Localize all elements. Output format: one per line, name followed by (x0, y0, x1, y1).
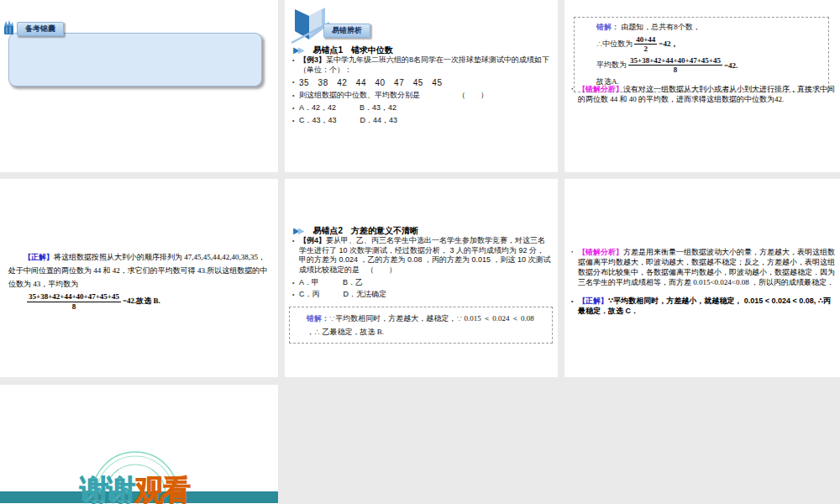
error-analysis-label: 【错解分析】 (578, 248, 623, 256)
mean-fraction: 35+38+42+44+40+47+45+458 (27, 292, 121, 311)
example-text: 某中学九年级二班六组的8名同学在一次排球垫球测试中的成绩如下（单位：个）： (299, 55, 549, 74)
options-line-cd: C．丙D．无法确定 (292, 290, 552, 300)
option-c: C．43，43 (299, 116, 337, 124)
data-values-line: 35 38 42 44 40 47 45 45 (292, 77, 552, 88)
slide2-badge: 易错辨析 (323, 24, 370, 38)
option-d: D．无法确定 (344, 290, 387, 298)
point-title: 方差的意义不清晰 (351, 225, 418, 237)
mean-formula: 平均数为 35+38+42+44+40+47+45+458 =42. (596, 56, 822, 75)
correct-paragraph: 【正解】将这组数据按照从大到小的顺序排列为 47,45,45,44,42,40,… (8, 251, 269, 291)
thank-you-part1: 谢谢 (80, 474, 134, 504)
slide-thumbnail-4[interactable]: 【正解】将这组数据按照从大到小的顺序排列为 47,45,45,44,42,40,… (0, 179, 278, 377)
thank-you-wordmark: 谢谢观看 (80, 475, 189, 504)
median-result: =42， (659, 39, 678, 50)
question-text: 则这组数据的中位数、平均数分别是 (299, 91, 420, 99)
answer-blank: （ ） (366, 265, 396, 274)
error-analysis-label: 【错解分析】 (578, 85, 623, 93)
slide-thumbnail-6[interactable]: 【错解分析】方差是用来衡量一组数据波动大小的量，方差越大，表明这组数据偏离平均数… (564, 179, 840, 377)
correct-solution-paragraph: 【正解】∵平均数相同时，方差越小，就越稳定， 0.015 < 0.024 < 0… (571, 297, 835, 316)
fraction-denominator: 2 (643, 45, 648, 53)
slide2-header: 易错辨析 (290, 4, 391, 46)
slide2-body: 【例3】某中学九年级二班六组的8名同学在一次排球垫球测试中的成绩如下（单位：个）… (292, 55, 552, 128)
slide1-badge: 备考锦囊 (17, 22, 64, 36)
options-line-cd: C．43，43D．44，43 (292, 116, 552, 126)
correct-label: 【正解】 (24, 253, 54, 261)
slide-thumbnail-3[interactable]: 错解： 由题知，总共有8个数， ∴中位数为 40+442 =42， 平均数为 3… (564, 0, 840, 172)
option-a: A．甲 (299, 278, 319, 286)
error-point-1-title: ▶ ▶ 易错点1 错求中位数 (293, 45, 393, 56)
answer-blank: （ ） (458, 91, 488, 99)
wrong-solution-box: 错解： 由题知，总共有8个数， ∴中位数为 40+442 =42， 平均数为 3… (574, 17, 829, 92)
example-paragraph: 【例4】要从甲、乙、丙三名学生中选出一名学生参加数学竞赛，对这三名学生进行了 1… (292, 236, 552, 276)
fraction-denominator: 8 (72, 302, 76, 311)
slide-thumbnail-5[interactable]: ▶ ▶ 易错点2 方差的意义不清晰 【例4】要从甲、乙、丙三名学生中选出一名学生… (285, 179, 558, 377)
example-label: 【例3】 (299, 55, 326, 64)
example-paragraph: 【例3】某中学九年级二班六组的8名同学在一次排球垫球测试中的成绩如下（单位：个）… (292, 55, 552, 75)
brush-icon (3, 20, 15, 36)
mean-prefix: 平均数为 (596, 60, 627, 71)
options-line-ab: A．甲B．乙 (292, 278, 552, 288)
wrong-label: 错解： (596, 23, 619, 31)
error-point-2-title: ▶ ▶ 易错点2 方差的意义不清晰 (293, 225, 418, 237)
slide-thumbnail-7[interactable]: 谢谢观看 (0, 385, 278, 504)
point-label: 易错点1 (312, 45, 343, 56)
example-text: 要从甲、乙、丙三名学生中选出一名学生参加数学竞赛，对这三名学生进行了 10 次数… (299, 236, 551, 274)
option-b: B．43，42 (360, 103, 396, 112)
option-d: D．44，43 (360, 116, 398, 124)
point-label: 易错点2 (312, 225, 343, 237)
option-a: A．42，42 (299, 103, 336, 112)
mean-result: =42.故选 B. (123, 295, 160, 308)
slide-thumbnail-2[interactable]: 易错辨析 ▶ ▶ 易错点1 错求中位数 【例3】某中学九年级二班六组的8名同学在… (285, 0, 558, 172)
error-analysis-paragraph: 【错解分析】没有对这一组数据从大到小或者从小到大进行排序，直接求中间的两位数 4… (571, 85, 835, 104)
mean-formula: 35+38+42+44+40+47+45+458 =42.故选 B. (25, 292, 269, 311)
median-fraction: 40+442 (634, 35, 657, 54)
question-line: 则这组数据的中位数、平均数分别是（ ） (292, 91, 552, 101)
play-triangle-icon-light: ▶ (298, 227, 305, 235)
wrong-solution-box: 错解：∵平均数相同时，方差越大，越稳定，∵ 0.015 ＜ 0.024 ＜ 0.… (289, 307, 553, 344)
correct-solution-block: 【正解】将这组数据按照从大到小的顺序排列为 47,45,45,44,42,40,… (8, 251, 269, 311)
mean-fraction: 35+38+42+44+40+47+45+458 (628, 56, 722, 75)
point-title: 错求中位数 (351, 45, 393, 56)
median-prefix: ∴中位数为 (596, 39, 633, 50)
wrong-line1-text: 由题知，总共有8个数， (621, 23, 701, 31)
slide-thumbnail-1[interactable]: 备考锦囊 (0, 0, 278, 172)
correct-text: ∵平均数相同时，方差越小，就越稳定， 0.015 < 0.024 < 0.08,… (578, 297, 831, 315)
median-formula: ∴中位数为 40+442 =42， (596, 35, 822, 54)
fraction-numerator: 35+38+42+44+40+47+45+45 (27, 292, 121, 302)
fraction-numerator: 35+38+42+44+40+47+45+45 (628, 56, 722, 66)
wrong-label: 错解： (307, 314, 329, 323)
fraction-numerator: 40+44 (634, 35, 657, 45)
fraction-denominator: 8 (674, 66, 678, 74)
example-label: 【例4】 (299, 236, 326, 244)
error-analysis-paragraph: 【错解分析】方差是用来衡量一组数据波动大小的量，方差越大，表明这组数据偏离平均数… (571, 248, 835, 288)
content-placeholder-box (8, 33, 262, 87)
slide1-header: 备考锦囊 (3, 20, 64, 36)
wrong-line-1: 错解： 由题知，总共有8个数， (596, 22, 822, 33)
thank-you-part2: 观看 (135, 474, 189, 504)
option-c: C．丙 (299, 290, 320, 298)
option-b: B．乙 (343, 278, 363, 286)
play-triangle-icon-light: ▶ (298, 46, 305, 55)
slide5-body: 【例4】要从甲、乙、丙三名学生中选出一名学生参加数学竞赛，对这三名学生进行了 1… (292, 236, 552, 302)
correct-label: 【正解】 (578, 297, 608, 305)
wrong-text: ∵平均数相同时，方差越大，越稳定，∵ 0.015 ＜ 0.024 ＜ 0.08 … (307, 314, 534, 336)
slide-sorter-canvas: 备考锦囊 易错辨析 ▶ ▶ 易错点1 错求中位数 【例3】某中学九年级二班六组的… (0, 0, 840, 504)
options-line-ab: A．42，42B．43，42 (292, 103, 552, 113)
mean-result: =42. (724, 61, 738, 70)
